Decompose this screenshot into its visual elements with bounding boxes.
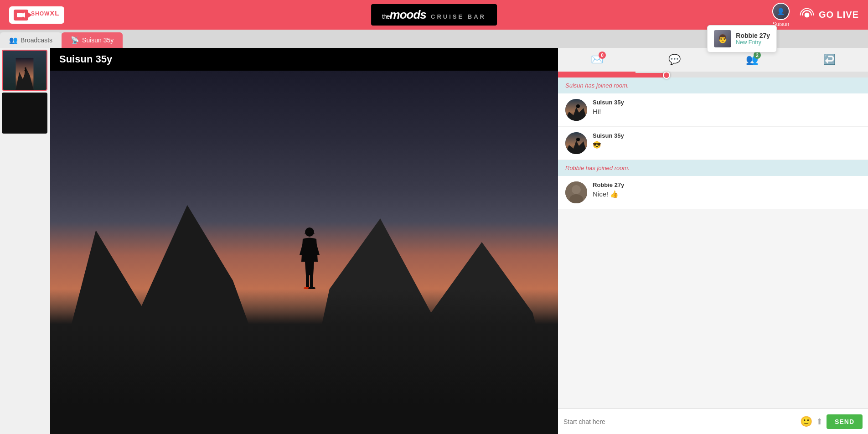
header-right: 👤 Suisun GO LIVE bbox=[772, 3, 859, 27]
msg-content-robbie: Robbie 27y Nice! 👍 bbox=[593, 181, 855, 198]
logo-button[interactable]: SHOWXL bbox=[9, 6, 64, 24]
join-notice-suisun: Suisun has joined room. bbox=[558, 78, 868, 93]
suisun-avatar-1 bbox=[565, 99, 587, 121]
svg-rect-14 bbox=[306, 275, 309, 288]
avatar: 👤 bbox=[772, 3, 790, 20]
progress-dot bbox=[663, 72, 670, 79]
go-live-button[interactable]: GO LIVE bbox=[799, 7, 859, 23]
progress-bar-fill bbox=[558, 73, 666, 78]
mail-badge: 0 bbox=[599, 52, 606, 59]
header: SHOWXL themoods CRUISE BAR 👤 Suisun bbox=[0, 0, 868, 30]
msg-text-2: 😎 bbox=[593, 141, 855, 149]
mountain-scene bbox=[50, 71, 558, 407]
svg-rect-15 bbox=[310, 275, 313, 288]
chat-input-bar: 🙂 ⬆ SEND bbox=[558, 408, 868, 434]
message-row: Suisun 35y Hi! bbox=[558, 93, 868, 127]
main-layout: Suisun 35y bbox=[0, 48, 868, 434]
logo-text: SHOWXL bbox=[31, 9, 60, 21]
msg-content-1: Suisun 35y Hi! bbox=[593, 99, 855, 115]
video-area: Suisun 35y bbox=[50, 48, 558, 434]
tab-broadcasts-label: Broadcasts bbox=[21, 36, 52, 44]
chat-messages: Suisun has joined room. bbox=[558, 78, 868, 408]
broadcasts-icon: 👥 bbox=[9, 36, 18, 44]
tab-broadcasts[interactable]: 👥 Broadcasts bbox=[0, 32, 62, 48]
figure-silhouette bbox=[296, 225, 323, 289]
notification-popup: 👨 Robbie 27y New Entry bbox=[707, 25, 777, 52]
svg-marker-1 bbox=[23, 12, 25, 18]
svg-point-7 bbox=[25, 67, 26, 69]
svg-point-23 bbox=[576, 138, 580, 141]
video-frame bbox=[50, 71, 558, 407]
msg-username-robbie: Robbie 27y bbox=[593, 181, 855, 188]
notif-avatar: 👨 bbox=[714, 30, 731, 47]
attach-button[interactable]: ⬆ bbox=[816, 417, 823, 427]
svg-point-20 bbox=[576, 104, 580, 108]
msg-username-2: Suisun 35y bbox=[593, 132, 855, 139]
video-bottom-bar bbox=[50, 407, 558, 434]
svg-point-25 bbox=[572, 185, 581, 194]
tab-suisun-label: Suisun 35y bbox=[82, 36, 114, 44]
message-row: Suisun 35y 😎 bbox=[558, 127, 868, 160]
go-live-label: GO LIVE bbox=[819, 10, 859, 20]
user-profile[interactable]: 👤 Suisun bbox=[772, 3, 790, 27]
tab-suisun[interactable]: 📡 Suisun 35y bbox=[62, 32, 123, 48]
sidebar bbox=[0, 48, 50, 434]
video-title-bar: Suisun 35y bbox=[50, 48, 558, 71]
chat-tab-exit[interactable]: ↩️ bbox=[790, 48, 868, 72]
svg-rect-8 bbox=[25, 69, 26, 72]
svg-rect-0 bbox=[17, 13, 23, 17]
svg-point-2 bbox=[804, 12, 809, 17]
camera-icon bbox=[14, 10, 28, 21]
chat-icon: 💬 bbox=[668, 54, 681, 66]
chat-tab-chat[interactable]: 💬 bbox=[636, 48, 713, 72]
brand-banner: themoods CRUISE BAR bbox=[371, 4, 497, 26]
message-row-robbie: Robbie 27y Nice! 👍 bbox=[558, 176, 868, 209]
video-title: Suisun 35y bbox=[59, 53, 112, 65]
suisun-avatar-2 bbox=[565, 132, 587, 154]
msg-text-1: Hi! bbox=[593, 108, 855, 115]
msg-username-1: Suisun 35y bbox=[593, 99, 855, 106]
robbie-avatar bbox=[565, 181, 587, 203]
msg-text-robbie: Nice! 👍 bbox=[593, 190, 855, 198]
chat-tab-mail[interactable]: ✉️ 0 bbox=[558, 48, 636, 72]
chat-input[interactable] bbox=[563, 418, 796, 425]
progress-bar-area bbox=[558, 73, 868, 78]
join-notice-robbie: Robbie has joined room. bbox=[558, 160, 868, 176]
chat-panel: ✉️ 0 💬 👥 2 ↩️ Suisun has joined bbox=[558, 48, 868, 434]
msg-content-2: Suisun 35y 😎 bbox=[593, 132, 855, 149]
exit-icon: ↩️ bbox=[823, 54, 836, 66]
emoji-button[interactable]: 🙂 bbox=[800, 416, 812, 428]
live-icon bbox=[799, 7, 815, 23]
thumbnail-2[interactable] bbox=[2, 93, 47, 134]
users-badge: 2 bbox=[754, 52, 761, 59]
notif-text: Robbie 27y New Entry bbox=[736, 32, 770, 46]
thumbnail-1[interactable] bbox=[2, 50, 47, 91]
send-button[interactable]: SEND bbox=[827, 414, 863, 429]
suisun-tab-icon: 📡 bbox=[71, 36, 79, 44]
